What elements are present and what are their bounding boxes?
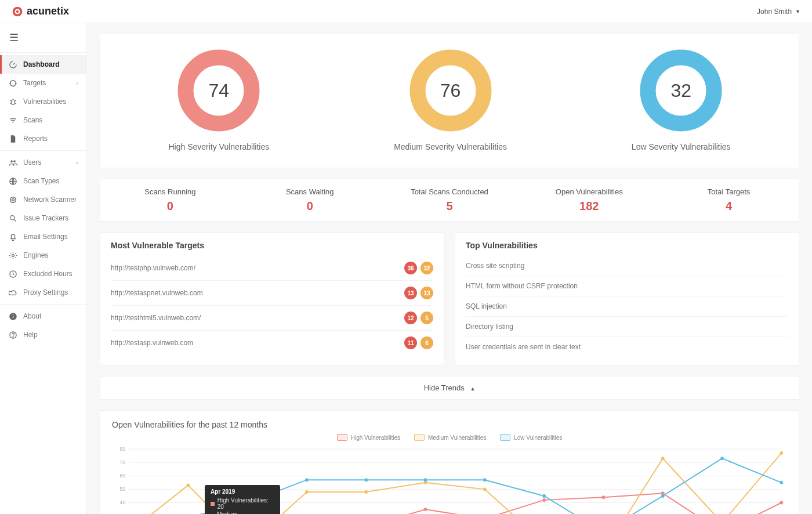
svg-rect-14 bbox=[12, 316, 13, 318]
svg-point-78 bbox=[305, 478, 309, 482]
vulnerable-target-row[interactable]: http://testasp.vulnweb.com116 bbox=[111, 330, 433, 355]
bug-icon bbox=[8, 97, 17, 106]
top-vulnerabilities-panel: Top Vulnerabilities Cross site scripting… bbox=[455, 232, 799, 365]
trends-chart-panel: Open Vulnerabilities for the past 12 mon… bbox=[100, 410, 799, 514]
user-menu[interactable]: John Smith ▼ bbox=[757, 8, 800, 16]
svg-text:70: 70 bbox=[120, 459, 126, 465]
brand-name: acunetix bbox=[27, 5, 69, 17]
legend-item-low: Low Vulnerabilities bbox=[500, 434, 562, 441]
sidebar-item-dashboard[interactable]: Dashboard bbox=[0, 55, 86, 74]
chevron-up-icon: ▲ bbox=[470, 386, 475, 392]
chart-tooltip: Apr 2019 High Vulnerabilities: 20Medium … bbox=[205, 485, 280, 514]
top-vulnerability-row[interactable]: SQL injection bbox=[466, 296, 788, 316]
severity-badge: 36 bbox=[404, 262, 417, 274]
top-vulnerability-row[interactable]: HTML form without CSRF protection bbox=[466, 276, 788, 296]
top-vulnerability-row[interactable]: Directory listing bbox=[466, 316, 788, 336]
vulnerability-name: User credentials are sent in clear text bbox=[466, 343, 581, 351]
sidebar-item-email-settings[interactable]: Email Settings bbox=[0, 227, 86, 246]
sidebar-item-users[interactable]: Users› bbox=[0, 153, 86, 172]
sidebar-item-scans[interactable]: Scans bbox=[0, 111, 86, 129]
vulnerability-name: HTML form without CSRF protection bbox=[466, 282, 578, 290]
sidebar-item-targets[interactable]: Targets› bbox=[0, 74, 86, 92]
legend-swatch-icon bbox=[337, 434, 347, 441]
svg-text:50: 50 bbox=[120, 486, 126, 492]
sidebar: ☰ DashboardTargets›VulnerabilitiesScansR… bbox=[0, 23, 87, 514]
sidebar-item-scan-types[interactable]: Scan Types bbox=[0, 172, 86, 190]
bell-icon bbox=[8, 232, 17, 241]
vulnerable-target-row[interactable]: http://testphp.vulnweb.com/3632 bbox=[111, 256, 433, 280]
question-icon bbox=[8, 330, 17, 339]
vulnerable-target-row[interactable]: http://testhtml5.vulnweb.com/125 bbox=[111, 305, 433, 330]
severity-badge: 13 bbox=[404, 287, 417, 299]
stat-label: Total Scans Conducted bbox=[383, 187, 516, 196]
severity-badge: 13 bbox=[420, 287, 433, 299]
donut-ring: 76 bbox=[407, 47, 494, 134]
stat-value: 0 bbox=[244, 200, 376, 213]
network-icon bbox=[8, 195, 17, 204]
svg-point-67 bbox=[364, 490, 368, 494]
sidebar-item-excluded-hours[interactable]: Excluded Hours bbox=[0, 265, 86, 283]
tooltip-row: Medium Vulnerabilities: 53 bbox=[211, 511, 274, 514]
sidebar-item-label: Scans bbox=[23, 116, 42, 124]
svg-point-66 bbox=[305, 490, 309, 494]
donut-ring: 32 bbox=[637, 47, 724, 134]
badge-group: 116 bbox=[404, 336, 433, 349]
info-icon bbox=[8, 312, 17, 321]
trends-toggle-label: Hide Trends bbox=[424, 383, 465, 392]
severity-badge: 32 bbox=[420, 262, 433, 274]
vulnerable-target-row[interactable]: http://testaspnet.vulnweb.com1313 bbox=[111, 280, 433, 305]
svg-point-62 bbox=[780, 501, 783, 505]
tooltip-row: High Vulnerabilities: 20 bbox=[211, 497, 274, 510]
trends-toggle[interactable]: Hide Trends ▲ bbox=[100, 376, 799, 400]
chart-legend: High Vulnerabilities Medium Vulnerabilit… bbox=[112, 434, 787, 441]
svg-point-86 bbox=[780, 481, 783, 484]
stat-value: 182 bbox=[523, 200, 655, 213]
severity-badge: 11 bbox=[404, 336, 417, 349]
globe-icon bbox=[8, 176, 17, 186]
severity-badge: 12 bbox=[404, 312, 417, 324]
svg-point-81 bbox=[483, 478, 487, 482]
sidebar-item-vulnerabilities[interactable]: Vulnerabilities bbox=[0, 92, 86, 111]
severity-badge: 6 bbox=[420, 336, 433, 349]
top-vulnerability-row[interactable]: User credentials are sent in clear text bbox=[466, 336, 788, 357]
svg-point-8 bbox=[12, 198, 14, 201]
sidebar-item-reports[interactable]: Reports bbox=[0, 129, 86, 148]
chevron-right-icon: › bbox=[76, 159, 78, 166]
crosshair-icon bbox=[8, 78, 17, 88]
svg-point-5 bbox=[10, 160, 13, 162]
sidebar-item-label: Reports bbox=[23, 135, 48, 143]
donut-label: High Severity Vulnerabilities bbox=[168, 142, 269, 151]
gear-icon bbox=[8, 251, 17, 260]
sidebar-item-label: Targets bbox=[23, 79, 46, 87]
wifi-icon bbox=[8, 115, 17, 125]
hamburger-button[interactable]: ☰ bbox=[0, 23, 86, 52]
sidebar-item-about[interactable]: About bbox=[0, 307, 86, 325]
chevron-down-icon: ▼ bbox=[795, 9, 800, 15]
donut-value: 76 bbox=[407, 47, 494, 134]
tooltip-title: Apr 2019 bbox=[211, 488, 274, 495]
svg-point-82 bbox=[542, 494, 546, 498]
panel-title: Most Vulnerable Targets bbox=[111, 241, 433, 250]
donut-label: Low Severity Vulnerabilities bbox=[632, 142, 731, 151]
legend-label: Medium Vulnerabilities bbox=[428, 435, 486, 441]
sidebar-item-issue-trackers[interactable]: Issue Trackers bbox=[0, 209, 86, 227]
main-content: 74High Severity Vulnerabilities76Medium … bbox=[87, 23, 812, 514]
legend-item-high: High Vulnerabilities bbox=[337, 434, 400, 441]
chart-area[interactable]: 01020304050607080Mar 2019Apr 2019May 201… bbox=[112, 443, 787, 514]
gauge-icon bbox=[8, 60, 17, 69]
svg-point-80 bbox=[424, 478, 427, 482]
sidebar-item-label: Vulnerabilities bbox=[23, 97, 66, 106]
badge-group: 3632 bbox=[404, 262, 433, 274]
stat-label: Total Targets bbox=[662, 187, 795, 196]
sidebar-item-engines[interactable]: Engines bbox=[0, 246, 86, 265]
legend-swatch-icon bbox=[414, 434, 425, 441]
sidebar-item-label: Dashboard bbox=[23, 60, 60, 68]
svg-point-58 bbox=[542, 498, 546, 502]
svg-text:80: 80 bbox=[120, 446, 126, 452]
legend-item-medium: Medium Vulnerabilities bbox=[414, 434, 486, 441]
sidebar-item-help[interactable]: Help bbox=[0, 325, 86, 344]
sidebar-item-proxy-settings[interactable]: Proxy Settings bbox=[0, 283, 86, 302]
sidebar-item-network-scanner[interactable]: Network Scanner bbox=[0, 190, 86, 209]
top-vulnerability-row[interactable]: Cross site scripting bbox=[466, 256, 788, 276]
svg-point-6 bbox=[13, 160, 16, 162]
